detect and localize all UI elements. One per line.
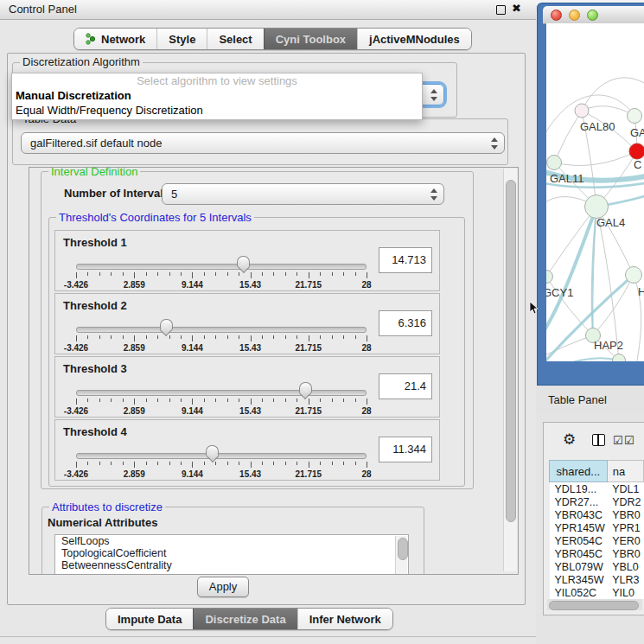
network-edge[interactable]	[546, 95, 634, 141]
number-of-intervals-combobox[interactable]: 5	[162, 183, 444, 205]
table-horizontal-scrollbar[interactable]	[547, 599, 642, 610]
tab-cyni-toolbox[interactable]: Cyni Toolbox	[264, 29, 357, 49]
slider-tick	[367, 272, 367, 278]
network-edge[interactable]	[554, 151, 637, 165]
slider-thumb[interactable]	[206, 445, 219, 462]
slider-tick-label: 28	[361, 469, 371, 479]
table-row[interactable]: YBR045CYBR0	[550, 547, 644, 560]
table-row[interactable]: YDL19...YDL1	[550, 482, 644, 496]
threshold-slider[interactable]: -3.4262.8599.14415.4321.71528	[76, 446, 367, 481]
slider-tick	[181, 272, 182, 276]
column-header-name[interactable]: na	[607, 461, 643, 482]
table-row[interactable]: YBR043CYBR0	[550, 508, 644, 521]
table-row[interactable]: YLR345WYLR3	[550, 573, 644, 586]
numerical-attributes-list[interactable]: SelfLoopsTopologicalCoefficientBetweenne…	[54, 534, 409, 575]
table-cell: YPR145W	[550, 521, 608, 534]
table-row[interactable]: YDR27...YDR2	[550, 495, 644, 508]
threshold-slider[interactable]: -3.4262.8599.14415.4321.71528	[76, 257, 367, 291]
network-window-titlebar[interactable]	[543, 6, 644, 24]
settings-vertical-scrollbar[interactable]	[503, 169, 517, 571]
threshold-slider[interactable]: -3.4262.8599.14415.4321.71528	[76, 320, 367, 354]
network-node[interactable]	[585, 195, 609, 219]
network-node[interactable]	[547, 156, 562, 170]
tab-jactivemnodules[interactable]: jActiveMNodules	[357, 29, 471, 49]
network-node[interactable]	[628, 109, 642, 124]
slider-track[interactable]	[76, 453, 367, 459]
slider-thumb[interactable]	[299, 382, 312, 399]
slider-tick	[332, 462, 333, 465]
slider-track[interactable]	[76, 390, 367, 396]
slider-thumb[interactable]	[237, 256, 250, 273]
gear-icon[interactable]: ⚙	[563, 430, 576, 449]
slider-tick	[227, 462, 228, 465]
node-table[interactable]: shared... na YDL19...YDL1YDR27...YDR2YBR…	[549, 460, 644, 599]
checkbox-icon[interactable]: ☑	[624, 434, 634, 447]
control-panel-tabbar: NetworkStyleSelectCyni ToolboxjActiveMNo…	[73, 28, 472, 50]
slider-tick	[123, 399, 124, 402]
threshold-value-field[interactable]: 14.713	[379, 247, 432, 273]
column-header-shared[interactable]: shared...	[550, 461, 608, 482]
tab-label: Network	[101, 33, 145, 46]
slider-tick	[296, 462, 297, 465]
network-node[interactable]	[626, 267, 642, 284]
table-row[interactable]: YIL052CYIL0	[550, 586, 644, 599]
table-data-combobox[interactable]: galFiltered.sif default node	[21, 132, 505, 154]
network-edge[interactable]	[554, 111, 582, 163]
attribute-list-item[interactable]: TopologicalCoefficient	[55, 547, 408, 559]
apply-button[interactable]: Apply	[197, 577, 249, 597]
network-canvas[interactable]: GAL80GACGAL11GAL4GCY1HHAP2	[546, 23, 644, 361]
network-edge[interactable]	[546, 207, 596, 338]
network-node[interactable]	[613, 354, 626, 362]
network-node-label: GA	[630, 126, 644, 139]
slider-tick	[285, 399, 286, 402]
dropdown-option[interactable]: Equal Width/Frequency Discretization	[12, 103, 422, 118]
table-cell: YLR345W	[550, 573, 608, 586]
float-panel-icon[interactable]	[496, 5, 506, 15]
slider-tick-label: 15.43	[239, 280, 261, 290]
slider-tick	[343, 462, 344, 465]
network-edge[interactable]	[546, 358, 619, 361]
slider-tick	[227, 272, 228, 276]
checkbox-icon[interactable]: ☑	[613, 434, 623, 447]
network-edge[interactable]	[582, 78, 644, 111]
number-of-intervals-label: Number of Intervals	[64, 187, 169, 200]
tab-label: Cyni Toolbox	[276, 33, 346, 46]
tab-style[interactable]: Style	[156, 29, 207, 49]
slider-tick	[169, 462, 170, 465]
network-edge[interactable]	[546, 207, 596, 277]
slider-tick	[251, 462, 252, 468]
slider-thumb[interactable]	[160, 319, 173, 336]
slider-tick	[192, 272, 193, 278]
attributes-list-scrollbar[interactable]	[395, 536, 407, 575]
slider-track[interactable]	[76, 327, 367, 333]
network-node[interactable]	[629, 143, 644, 159]
network-node[interactable]	[575, 104, 589, 118]
threshold-value-field[interactable]: 21.4	[379, 373, 432, 399]
tab-discretize-data[interactable]: Discretize Data	[193, 609, 296, 629]
minimize-window-icon[interactable]	[569, 10, 580, 21]
attribute-list-item[interactable]: BetweennessCentrality	[55, 559, 408, 571]
tab-impute-data[interactable]: Impute Data	[106, 609, 193, 629]
tab-network[interactable]: Network	[74, 29, 156, 49]
zoom-window-icon[interactable]	[587, 10, 598, 21]
table-row[interactable]: YPR145WYPR1	[550, 521, 644, 534]
tab-infer-network[interactable]: Infer Network	[297, 609, 392, 629]
slider-tick	[367, 399, 367, 405]
tab-select[interactable]: Select	[207, 29, 263, 49]
dropdown-option[interactable]: Manual Discretization	[12, 88, 422, 103]
network-node[interactable]	[546, 271, 553, 284]
slider-tick	[204, 335, 205, 339]
close-panel-icon[interactable]: ✖	[512, 2, 521, 15]
columns-icon[interactable]	[592, 434, 605, 446]
close-window-icon[interactable]	[551, 10, 562, 21]
attribute-list-item[interactable]: SelfLoops	[55, 535, 408, 547]
table-row[interactable]: YBL079WYBL0	[550, 560, 644, 573]
table-cell: YIL052C	[550, 586, 608, 599]
threshold-value-field[interactable]: 6.316	[379, 310, 432, 336]
threshold-slider[interactable]: -3.4262.8599.14415.4321.71528	[76, 383, 367, 418]
slider-tick	[76, 335, 77, 341]
slider-track[interactable]	[76, 264, 367, 270]
threshold-value-field[interactable]: 11.344	[379, 437, 432, 462]
dropdown-prompt: Select algorithm to view settings	[12, 73, 422, 88]
table-row[interactable]: YER054CYER0	[550, 534, 644, 547]
